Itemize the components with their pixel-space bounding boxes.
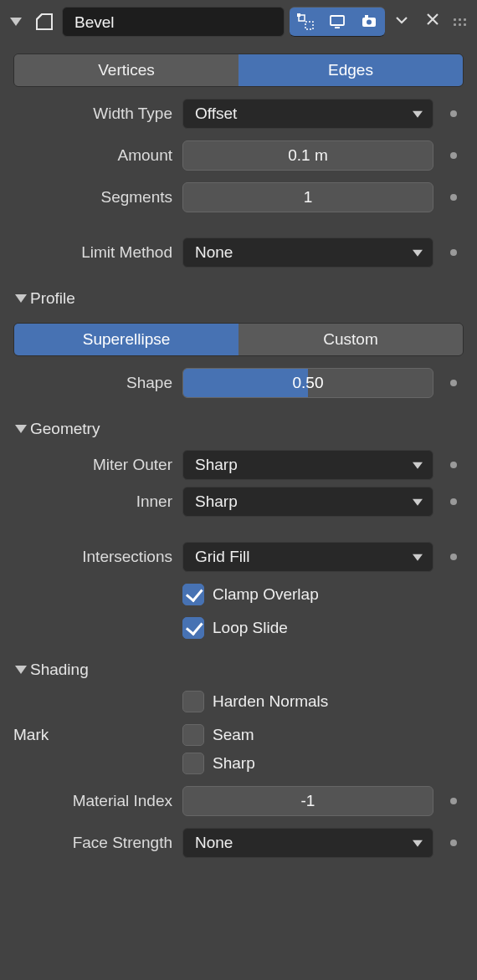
bevel-modifier-panel: Bevel <box>0 0 477 980</box>
display-render-button[interactable] <box>353 7 385 37</box>
svg-rect-4 <box>331 16 344 25</box>
animate-dot[interactable] <box>450 380 457 386</box>
animate-dot[interactable] <box>450 152 457 159</box>
chevron-down-icon <box>15 666 27 674</box>
profile-custom-option[interactable]: Custom <box>238 324 463 355</box>
profile-type-segmented: Superellipse Custom <box>13 323 464 356</box>
material-index-field[interactable]: -1 <box>182 786 433 816</box>
geometry-subpanel-header[interactable]: Geometry <box>13 420 464 438</box>
miter-inner-dropdown[interactable]: Sharp <box>182 487 433 517</box>
animate-dot[interactable] <box>450 798 457 804</box>
shading-title: Shading <box>30 661 89 679</box>
delete-modifier-button[interactable] <box>422 11 444 33</box>
modifier-header: Bevel <box>0 0 477 43</box>
display-viewport-button[interactable] <box>321 7 353 37</box>
shape-slider[interactable]: 0.50 <box>182 368 433 398</box>
shape-label: Shape <box>13 374 172 392</box>
chevron-down-icon <box>15 425 27 433</box>
checkbox-icon <box>182 617 204 639</box>
expand-toggle[interactable] <box>10 18 22 26</box>
display-buttons <box>290 7 385 37</box>
bevel-icon <box>32 9 57 34</box>
mark-label: Mark <box>13 726 172 744</box>
checkbox-icon <box>182 724 204 746</box>
svg-line-0 <box>37 14 42 19</box>
harden-normals-checkbox[interactable]: Harden Normals <box>182 691 433 712</box>
clamp-overlap-label: Clamp Overlap <box>213 585 319 604</box>
animate-dot[interactable] <box>450 110 457 117</box>
animate-dot[interactable] <box>450 498 457 505</box>
profile-subpanel-header[interactable]: Profile <box>13 289 464 308</box>
face-strength-label: Face Strength <box>13 834 172 852</box>
intersections-label: Intersections <box>13 548 172 566</box>
profile-title: Profile <box>30 289 75 308</box>
limit-method-label: Limit Method <box>13 243 172 262</box>
animate-dot[interactable] <box>450 840 457 846</box>
width-type-dropdown[interactable]: Offset <box>182 99 433 129</box>
amount-label: Amount <box>13 146 172 165</box>
shading-subpanel-header[interactable]: Shading <box>13 661 464 679</box>
affect-vertices-option[interactable]: Vertices <box>14 54 238 86</box>
miter-outer-dropdown[interactable]: Sharp <box>182 450 433 480</box>
modifier-name-field[interactable]: Bevel <box>62 7 285 37</box>
svg-rect-3 <box>297 13 300 17</box>
loop-slide-label: Loop Slide <box>213 619 288 637</box>
miter-outer-label: Miter Outer <box>13 456 172 474</box>
chevron-down-icon <box>15 294 27 303</box>
intersections-dropdown[interactable]: Grid Fill <box>182 542 433 572</box>
display-editmode-button[interactable] <box>290 7 321 37</box>
mark-sharp-label: Sharp <box>213 754 255 773</box>
geometry-title: Geometry <box>30 420 100 438</box>
affect-edges-option[interactable]: Edges <box>238 54 463 86</box>
width-type-label: Width Type <box>13 105 172 123</box>
material-index-label: Material Index <box>13 792 172 810</box>
limit-method-dropdown[interactable]: None <box>182 237 433 268</box>
svg-rect-7 <box>365 15 368 18</box>
shape-value: 0.50 <box>293 374 324 392</box>
animate-dot[interactable] <box>450 194 457 201</box>
affect-segmented: Vertices Edges <box>13 54 464 87</box>
harden-normals-label: Harden Normals <box>213 692 328 711</box>
checkbox-icon <box>182 753 204 774</box>
animate-dot[interactable] <box>450 249 457 256</box>
loop-slide-checkbox[interactable]: Loop Slide <box>182 617 433 639</box>
mark-sharp-checkbox[interactable]: Sharp <box>182 753 433 774</box>
clamp-overlap-checkbox[interactable]: Clamp Overlap <box>182 584 433 605</box>
profile-superellipse-option[interactable]: Superellipse <box>14 324 238 355</box>
checkbox-icon <box>182 584 204 605</box>
face-strength-dropdown[interactable]: None <box>182 828 433 858</box>
extras-dropdown[interactable] <box>393 12 410 33</box>
modifier-body: Vertices Edges Width Type Offset Amount … <box>0 43 477 858</box>
drag-handle[interactable] <box>454 18 470 26</box>
checkbox-icon <box>182 691 204 712</box>
miter-inner-label: Inner <box>13 493 172 511</box>
segments-label: Segments <box>13 188 172 207</box>
mark-seam-label: Seam <box>213 726 254 744</box>
animate-dot[interactable] <box>450 554 457 560</box>
svg-rect-2 <box>305 22 313 29</box>
amount-field[interactable]: 0.1 m <box>182 140 433 171</box>
svg-point-8 <box>367 20 372 25</box>
animate-dot[interactable] <box>450 462 457 468</box>
segments-field[interactable]: 1 <box>182 182 433 212</box>
mark-seam-checkbox[interactable]: Seam <box>182 724 433 746</box>
